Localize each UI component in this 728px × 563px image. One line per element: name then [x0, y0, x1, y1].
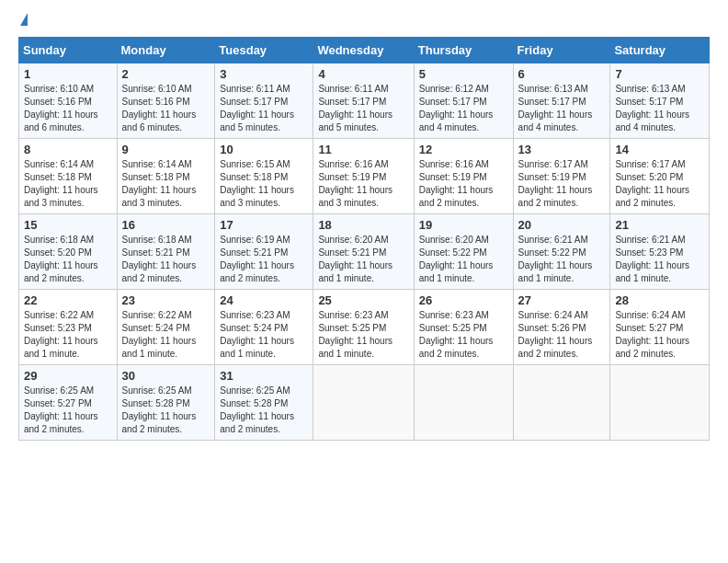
day-info: Sunrise: 6:18 AMSunset: 5:21 PMDaylight:…	[122, 235, 197, 283]
day-number: 11	[318, 143, 408, 156]
day-number: 12	[419, 143, 508, 156]
day-info: Sunrise: 6:23 AMSunset: 5:24 PMDaylight:…	[220, 310, 294, 359]
calendar-cell: 1 Sunrise: 6:10 AMSunset: 5:16 PMDayligh…	[19, 63, 118, 139]
calendar-cell: 16 Sunrise: 6:18 AMSunset: 5:21 PMDaylig…	[117, 214, 215, 290]
day-number: 31	[220, 369, 308, 383]
day-number: 13	[518, 143, 606, 156]
day-number: 28	[615, 293, 704, 307]
day-info: Sunrise: 6:13 AMSunset: 5:17 PMDaylight:…	[615, 84, 689, 132]
day-number: 22	[24, 293, 112, 307]
calendar-cell: 14 Sunrise: 6:17 AMSunset: 5:20 PMDaylig…	[610, 139, 710, 214]
day-number: 27	[518, 293, 606, 307]
calendar-cell: 12 Sunrise: 6:16 AMSunset: 5:19 PMDaylig…	[414, 139, 513, 214]
day-info: Sunrise: 6:13 AMSunset: 5:17 PMDaylight:…	[518, 84, 593, 132]
day-number: 19	[419, 218, 508, 232]
day-info: Sunrise: 6:17 AMSunset: 5:20 PMDaylight:…	[615, 159, 689, 208]
day-info: Sunrise: 6:20 AMSunset: 5:21 PMDaylight:…	[318, 235, 392, 283]
calendar-cell	[513, 365, 610, 441]
calendar-header: SundayMondayTuesdayWednesdayThursdayFrid…	[19, 38, 710, 63]
day-number: 16	[122, 218, 210, 232]
calendar-week-3: 15 Sunrise: 6:18 AMSunset: 5:20 PMDaylig…	[19, 214, 710, 290]
calendar-cell: 31 Sunrise: 6:25 AMSunset: 5:28 PMDaylig…	[215, 365, 313, 441]
calendar-cell: 18 Sunrise: 6:20 AMSunset: 5:21 PMDaylig…	[313, 214, 414, 290]
day-number: 9	[122, 143, 210, 156]
calendar-cell: 30 Sunrise: 6:25 AMSunset: 5:28 PMDaylig…	[117, 365, 215, 441]
header	[18, 15, 710, 28]
calendar-cell: 23 Sunrise: 6:22 AMSunset: 5:24 PMDaylig…	[117, 290, 215, 365]
day-info: Sunrise: 6:10 AMSunset: 5:16 PMDaylight:…	[122, 84, 197, 132]
day-number: 26	[419, 293, 508, 307]
calendar-cell: 22 Sunrise: 6:22 AMSunset: 5:23 PMDaylig…	[19, 290, 118, 365]
day-number: 8	[24, 143, 112, 156]
weekday-header-monday: Monday	[117, 38, 215, 63]
day-info: Sunrise: 6:16 AMSunset: 5:19 PMDaylight:…	[419, 159, 494, 208]
day-number: 3	[220, 67, 308, 81]
calendar-cell: 13 Sunrise: 6:17 AMSunset: 5:19 PMDaylig…	[513, 139, 610, 214]
calendar-cell: 24 Sunrise: 6:23 AMSunset: 5:24 PMDaylig…	[215, 290, 313, 365]
calendar-cell: 7 Sunrise: 6:13 AMSunset: 5:17 PMDayligh…	[610, 63, 710, 139]
day-info: Sunrise: 6:21 AMSunset: 5:23 PMDaylight:…	[615, 235, 689, 283]
calendar-cell: 11 Sunrise: 6:16 AMSunset: 5:19 PMDaylig…	[313, 139, 414, 214]
logo-triangle-icon	[20, 13, 28, 26]
day-info: Sunrise: 6:18 AMSunset: 5:20 PMDaylight:…	[24, 235, 98, 283]
day-info: Sunrise: 6:15 AMSunset: 5:18 PMDaylight:…	[220, 159, 294, 208]
day-info: Sunrise: 6:14 AMSunset: 5:18 PMDaylight:…	[122, 159, 197, 208]
calendar-cell: 28 Sunrise: 6:24 AMSunset: 5:27 PMDaylig…	[610, 290, 710, 365]
day-number: 30	[122, 369, 210, 383]
day-info: Sunrise: 6:25 AMSunset: 5:28 PMDaylight:…	[220, 385, 294, 434]
weekday-header-wednesday: Wednesday	[313, 38, 414, 63]
calendar: SundayMondayTuesdayWednesdayThursdayFrid…	[18, 37, 710, 441]
day-info: Sunrise: 6:21 AMSunset: 5:22 PMDaylight:…	[518, 235, 593, 283]
day-number: 1	[24, 67, 112, 81]
calendar-week-5: 29 Sunrise: 6:25 AMSunset: 5:27 PMDaylig…	[19, 365, 710, 441]
day-number: 18	[318, 218, 408, 232]
day-info: Sunrise: 6:25 AMSunset: 5:27 PMDaylight:…	[24, 385, 98, 434]
calendar-week-1: 1 Sunrise: 6:10 AMSunset: 5:16 PMDayligh…	[19, 63, 710, 139]
day-number: 15	[24, 218, 112, 232]
day-number: 21	[615, 218, 704, 232]
calendar-cell: 3 Sunrise: 6:11 AMSunset: 5:17 PMDayligh…	[215, 63, 313, 139]
calendar-cell: 10 Sunrise: 6:15 AMSunset: 5:18 PMDaylig…	[215, 139, 313, 214]
calendar-cell: 9 Sunrise: 6:14 AMSunset: 5:18 PMDayligh…	[117, 139, 215, 214]
weekday-header-saturday: Saturday	[610, 38, 710, 63]
day-info: Sunrise: 6:11 AMSunset: 5:17 PMDaylight:…	[220, 84, 294, 132]
day-info: Sunrise: 6:14 AMSunset: 5:18 PMDaylight:…	[24, 159, 98, 208]
day-number: 23	[122, 293, 210, 307]
day-info: Sunrise: 6:11 AMSunset: 5:17 PMDaylight:…	[318, 84, 392, 132]
day-number: 7	[615, 67, 704, 81]
weekday-header-tuesday: Tuesday	[215, 38, 313, 63]
logo	[18, 15, 28, 28]
day-info: Sunrise: 6:22 AMSunset: 5:23 PMDaylight:…	[24, 310, 98, 359]
calendar-cell: 6 Sunrise: 6:13 AMSunset: 5:17 PMDayligh…	[513, 63, 610, 139]
day-info: Sunrise: 6:22 AMSunset: 5:24 PMDaylight:…	[122, 310, 197, 359]
weekday-header-sunday: Sunday	[19, 38, 118, 63]
day-number: 2	[122, 67, 210, 81]
calendar-week-4: 22 Sunrise: 6:22 AMSunset: 5:23 PMDaylig…	[19, 290, 710, 365]
calendar-cell: 8 Sunrise: 6:14 AMSunset: 5:18 PMDayligh…	[19, 139, 118, 214]
calendar-cell: 21 Sunrise: 6:21 AMSunset: 5:23 PMDaylig…	[610, 214, 710, 290]
day-info: Sunrise: 6:17 AMSunset: 5:19 PMDaylight:…	[518, 159, 593, 208]
calendar-cell: 26 Sunrise: 6:23 AMSunset: 5:25 PMDaylig…	[414, 290, 513, 365]
day-number: 29	[24, 369, 112, 383]
day-number: 24	[220, 293, 308, 307]
calendar-cell: 2 Sunrise: 6:10 AMSunset: 5:16 PMDayligh…	[117, 63, 215, 139]
day-info: Sunrise: 6:12 AMSunset: 5:17 PMDaylight:…	[419, 84, 494, 132]
calendar-cell: 27 Sunrise: 6:24 AMSunset: 5:26 PMDaylig…	[513, 290, 610, 365]
calendar-cell	[313, 365, 414, 441]
calendar-cell: 5 Sunrise: 6:12 AMSunset: 5:17 PMDayligh…	[414, 63, 513, 139]
day-number: 10	[220, 143, 308, 156]
calendar-cell	[414, 365, 513, 441]
calendar-cell: 25 Sunrise: 6:23 AMSunset: 5:25 PMDaylig…	[313, 290, 414, 365]
day-info: Sunrise: 6:10 AMSunset: 5:16 PMDaylight:…	[24, 84, 98, 132]
day-number: 20	[518, 218, 606, 232]
calendar-cell: 29 Sunrise: 6:25 AMSunset: 5:27 PMDaylig…	[19, 365, 118, 441]
calendar-cell: 4 Sunrise: 6:11 AMSunset: 5:17 PMDayligh…	[313, 63, 414, 139]
calendar-cell: 20 Sunrise: 6:21 AMSunset: 5:22 PMDaylig…	[513, 214, 610, 290]
day-number: 5	[419, 67, 508, 81]
day-info: Sunrise: 6:19 AMSunset: 5:21 PMDaylight:…	[220, 235, 294, 283]
day-number: 6	[518, 67, 606, 81]
day-info: Sunrise: 6:16 AMSunset: 5:19 PMDaylight:…	[318, 159, 392, 208]
weekday-header-friday: Friday	[513, 38, 610, 63]
calendar-cell: 17 Sunrise: 6:19 AMSunset: 5:21 PMDaylig…	[215, 214, 313, 290]
calendar-cell: 19 Sunrise: 6:20 AMSunset: 5:22 PMDaylig…	[414, 214, 513, 290]
